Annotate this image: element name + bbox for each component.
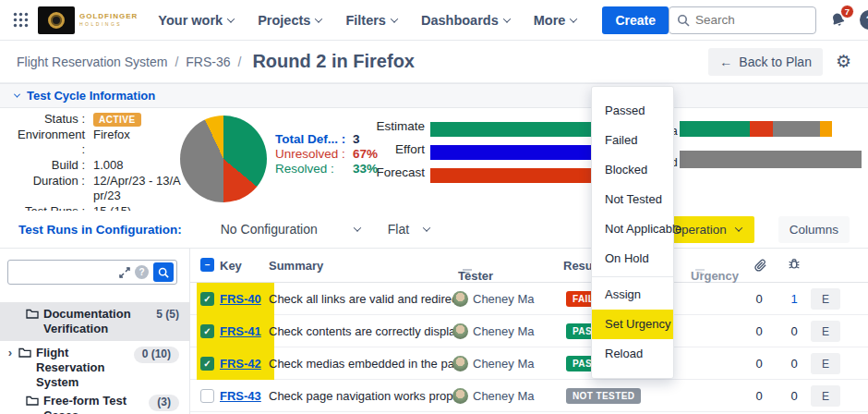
columns-button[interactable]: Columns: [778, 216, 850, 243]
defect-count: 0: [787, 324, 802, 338]
bar-segment-not_tested: [773, 121, 820, 137]
sidebar-search[interactable]: ?: [7, 260, 177, 285]
sidebar-folder-flight-reservation-system[interactable]: › Flight Reservation System 0 (10): [0, 341, 190, 389]
sidebar-search-input[interactable]: [14, 266, 115, 279]
menu-item-failed[interactable]: Failed: [592, 126, 673, 155]
field-value: 12/Apr/23 - 13/Apr/23: [93, 174, 184, 203]
nav-your-work[interactable]: Your work: [158, 13, 234, 28]
status-stacked-bar-bottom: [680, 151, 862, 168]
test-key-link[interactable]: FRS-41: [220, 324, 261, 338]
chevron-down-icon: [423, 224, 430, 231]
chevron-down-icon: [502, 15, 510, 22]
row-checkbox[interactable]: ✓: [200, 292, 214, 306]
chevron-down-icon: [570, 15, 577, 22]
execute-button[interactable]: E: [811, 321, 840, 342]
test-runs-table: – Key Summary Tester Result Urgency ✓ FR…: [190, 249, 868, 414]
nav-projects[interactable]: Projects: [258, 13, 321, 28]
create-button[interactable]: Create: [602, 6, 669, 34]
key-cell-highlighted: ✓ FRS-40: [197, 283, 274, 315]
test-cycle-information-header[interactable]: Test Cycle Information: [0, 83, 868, 108]
sidebar-search-button[interactable]: [153, 262, 174, 282]
logo-subtitle: HOLDINGS: [79, 22, 138, 27]
tester-name: Cheney Ma: [473, 324, 534, 338]
goldfinger-logo[interactable]: GOLDFINGER HOLDINGS: [38, 6, 138, 34]
test-key-link[interactable]: FRS-42: [220, 357, 261, 371]
search-input[interactable]: [695, 13, 797, 27]
defects-pie: [180, 116, 267, 202]
test-key-link[interactable]: FRS-43: [220, 389, 261, 403]
row-checkbox[interactable]: ✓: [200, 357, 214, 371]
column-header-summary[interactable]: Summary: [269, 259, 323, 273]
sidebar-folder-free-form-test-cases[interactable]: Free-form Test Cases (3): [0, 389, 190, 414]
tester-avatar: [452, 323, 468, 339]
row-checkbox[interactable]: [200, 389, 214, 403]
attachment-count: 0: [752, 389, 766, 403]
expand-icon[interactable]: [119, 267, 130, 278]
bar-segment-not_tested: [680, 151, 862, 168]
breadcrumb-issue-link[interactable]: FRS-36: [186, 55, 230, 69]
menu-item-assign[interactable]: Assign: [592, 280, 673, 310]
folder-name: Documentation Verification: [43, 302, 138, 341]
search-help-icon[interactable]: ?: [135, 265, 149, 279]
defects-column-icon[interactable]: [787, 256, 802, 273]
tester-name: Cheney Ma: [473, 292, 534, 306]
logo-emblem-icon: [48, 12, 65, 29]
menu-item-reload[interactable]: Reload: [592, 339, 673, 369]
folder-name: Flight Reservation System: [36, 341, 130, 389]
result-badge[interactable]: NOT TESTED: [566, 388, 641, 404]
select-all-checkbox[interactable]: –: [200, 258, 214, 272]
notifications-bell-icon[interactable]: 7: [829, 11, 847, 29]
execute-button[interactable]: E: [811, 353, 840, 374]
filter-icon[interactable]: [695, 269, 705, 275]
bar-segment-blocked: [820, 121, 832, 137]
sidebar-folder-documentation-verification[interactable]: Documentation Verification 5 (5): [0, 302, 190, 341]
execute-button[interactable]: E: [811, 288, 840, 310]
folder-count-badge: 5 (5): [156, 308, 179, 324]
app-switcher-icon[interactable]: [13, 10, 29, 30]
chevron-down-icon: [734, 224, 741, 231]
menu-item-not-applicable[interactable]: Not Applicable: [592, 214, 673, 244]
view-mode-select[interactable]: Flat: [388, 222, 429, 237]
menu-item-not-tested[interactable]: Not Tested: [592, 185, 673, 214]
total-defects-value: 3: [353, 132, 360, 147]
field-label: Build :: [13, 158, 85, 173]
resolved-label: Resolved :: [275, 162, 353, 177]
tester-avatar: [452, 291, 468, 307]
unresolved-label: Unresolved :: [275, 147, 353, 162]
help-icon[interactable]: ?: [860, 10, 868, 30]
field-label: Duration :: [13, 174, 85, 203]
menu-divider: [592, 276, 673, 277]
expand-caret-icon[interactable]: ›: [4, 341, 17, 389]
defects-summary: Total Def... :3 Unresolved :67% Resolved…: [275, 132, 378, 177]
menu-item-blocked[interactable]: Blocked: [592, 155, 673, 185]
chevron-down-icon: [391, 15, 398, 22]
row-summary: Check page navigation works properly: [269, 389, 453, 403]
table-row: ✓ FRS-41 Check contents are correctly di…: [190, 315, 868, 347]
field-label: Environment :: [13, 128, 85, 157]
filter-icon[interactable]: [463, 269, 472, 275]
menu-item-passed[interactable]: Passed: [592, 96, 673, 126]
attachments-column-icon[interactable]: [753, 257, 767, 273]
cycle-fields: Status :ACTIVE Environment :Firefox Buil…: [13, 112, 185, 220]
bar-segment-failed: [750, 121, 773, 137]
nav-filters[interactable]: Filters: [345, 13, 397, 28]
breadcrumb-project-link[interactable]: Flight Reservation System: [17, 55, 167, 69]
tester-avatar: [452, 388, 468, 404]
nav-more[interactable]: More: [534, 13, 577, 28]
defect-count-link[interactable]: 1: [787, 292, 802, 306]
table-row: FRS-43 Check page navigation works prope…: [190, 380, 868, 412]
column-header-key[interactable]: Key: [220, 259, 242, 273]
configuration-select[interactable]: No Configuration: [221, 222, 360, 237]
global-search[interactable]: [669, 6, 816, 34]
row-checkbox[interactable]: ✓: [200, 324, 214, 338]
nav-dashboards[interactable]: Dashboards: [421, 13, 510, 28]
attachment-count: 0: [752, 357, 766, 371]
menu-item-on-hold[interactable]: On Hold: [592, 244, 673, 274]
field-value: 1.008: [93, 158, 184, 173]
test-key-link[interactable]: FRS-40: [220, 292, 261, 306]
tester-name: Cheney Ma: [473, 357, 534, 371]
execute-button[interactable]: E: [811, 385, 840, 407]
menu-item-set-urgency[interactable]: Set Urgency: [592, 310, 673, 339]
back-to-plan-button[interactable]: ← Back to Plan: [708, 48, 823, 76]
page-settings-gear-icon[interactable]: ⚙: [836, 53, 851, 70]
